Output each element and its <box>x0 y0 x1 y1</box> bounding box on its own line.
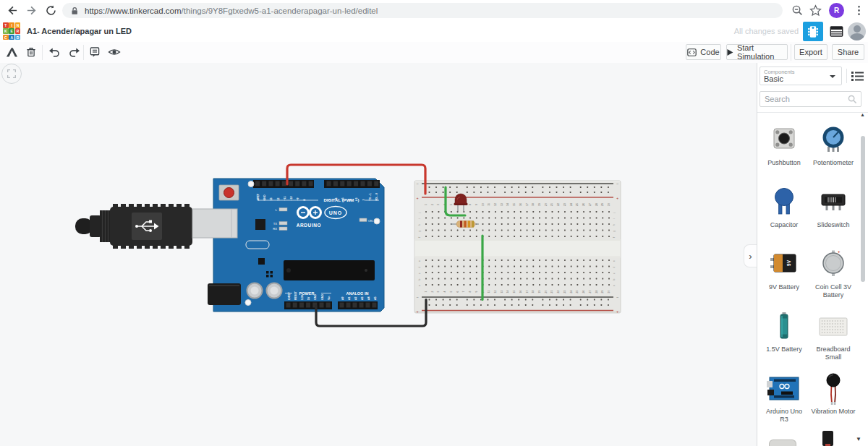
search-icon <box>848 95 857 104</box>
component-item-capacitor[interactable]: Capacitor <box>760 177 809 239</box>
component-label: Pushbutton <box>767 159 801 167</box>
code-icon <box>687 48 697 56</box>
annotate-button[interactable] <box>87 44 103 60</box>
component-item-partial[interactable] <box>769 439 796 446</box>
potentiometer-icon <box>816 124 851 157</box>
arduino-board[interactable]: AREFGND1312~11~10~987~6~54~32TX→1RX←0IOR… <box>208 179 384 312</box>
component-item-1v5-battery[interactable]: 1.5V Battery <box>760 301 809 364</box>
scroll-down-icon[interactable]: ▼ <box>856 436 861 442</box>
bookmark-star-icon[interactable] <box>809 4 822 17</box>
svg-text:1: 1 <box>425 291 427 292</box>
svg-text:17: 17 <box>526 203 529 206</box>
share-button[interactable]: Share <box>832 44 864 60</box>
url-bar[interactable]: https://www.tinkercad.com/things/9Y8Fgtx… <box>62 3 783 18</box>
svg-text:3: 3 <box>437 204 440 205</box>
component-item-partial[interactable] <box>822 431 833 446</box>
component-item-arduino-uno[interactable]: Arduino Uno R3 <box>760 364 809 426</box>
svg-text:Vin: Vin <box>328 296 331 300</box>
components-dropdown[interactable]: Components Basic <box>760 67 842 85</box>
capacitor-icon <box>767 186 801 219</box>
logo-tile: T <box>3 22 9 28</box>
svg-text:20: 20 <box>545 291 548 293</box>
led-l <box>279 208 287 212</box>
svg-text:RX←0: RX←0 <box>375 193 378 201</box>
component-item-pushbutton[interactable]: Pushbutton <box>760 115 809 177</box>
svg-text:23: 23 <box>563 203 566 206</box>
refresh-icon[interactable] <box>45 4 57 17</box>
svg-text:AREF: AREF <box>257 193 260 201</box>
svg-text:24: 24 <box>570 291 573 293</box>
undo-button[interactable] <box>46 44 62 60</box>
pushbutton-icon <box>767 124 801 157</box>
export-button[interactable]: Export <box>794 44 827 60</box>
on-label: ON <box>368 219 373 223</box>
usb-cable[interactable] <box>75 204 192 249</box>
scrollbar-thumb[interactable] <box>861 136 865 282</box>
start-simulation-button[interactable]: Start Simulation <box>726 44 788 60</box>
redo-button[interactable] <box>66 44 82 60</box>
svg-text:1: 1 <box>425 204 427 205</box>
search-input[interactable] <box>760 92 850 106</box>
forward-icon[interactable] <box>26 4 38 17</box>
component-item-coin-cell[interactable]: + Coin Cell 3V Battery <box>809 239 858 301</box>
svg-text:2: 2 <box>362 200 365 201</box>
svg-text:20: 20 <box>545 203 548 206</box>
user-avatar[interactable] <box>848 22 866 40</box>
app-header: TINKERCAD A1- Acender/apagar un LED All … <box>0 21 868 43</box>
component-item-9v-battery[interactable]: 9V 9V Battery <box>760 239 809 301</box>
svg-text:14: 14 <box>506 291 509 293</box>
scroll-up-icon[interactable]: ▲ <box>860 112 865 117</box>
svg-text:7: 7 <box>462 291 465 292</box>
list-view-toggle[interactable] <box>851 69 864 82</box>
svg-text:9: 9 <box>475 291 478 292</box>
component-item-breadboard-small[interactable]: Breadboard Small <box>809 301 858 364</box>
svg-text:j: j <box>418 213 421 214</box>
component-label: Vibration Motor <box>812 408 856 416</box>
component-item-slideswitch[interactable]: Slideswitch <box>809 177 858 239</box>
code-button[interactable]: Code <box>686 44 721 60</box>
tinkercad-logo[interactable]: TINKERCAD <box>3 22 21 40</box>
back-icon[interactable] <box>6 4 18 17</box>
component-label: 1.5V Battery <box>766 346 802 353</box>
browser-profile-avatar[interactable]: R <box>829 3 844 18</box>
visibility-button[interactable] <box>106 44 122 60</box>
svg-text:19: 19 <box>538 203 541 206</box>
toolbar-divider <box>42 45 43 60</box>
svg-text:11: 11 <box>488 291 490 293</box>
zoom-out-icon[interactable] <box>791 4 804 17</box>
svg-text:A2: A2 <box>354 296 357 300</box>
component-item-potentiometer[interactable]: Potentiometer <box>809 115 858 177</box>
reset-button[interactable] <box>219 185 239 200</box>
document-title[interactable]: A1- Acender/apagar un LED <box>27 21 132 42</box>
svg-text:h: h <box>613 224 616 226</box>
svg-text:5: 5 <box>450 291 453 292</box>
svg-text:2: 2 <box>431 204 434 205</box>
svg-text:b: b <box>418 279 421 280</box>
led-rx <box>279 227 287 231</box>
crystal <box>255 219 265 230</box>
usb-port <box>192 209 237 238</box>
svg-text:+: + <box>416 196 418 200</box>
logo-tile: K <box>3 28 9 34</box>
svg-text:28: 28 <box>595 291 598 293</box>
svg-text:e: e <box>613 260 616 262</box>
svg-text:30: 30 <box>608 291 610 293</box>
component-item-vibration-motor[interactable]: Vibration Motor <box>809 364 858 426</box>
divider <box>757 112 868 113</box>
circuits-view-button[interactable] <box>803 22 823 41</box>
table-view-button[interactable] <box>826 22 846 41</box>
delete-button[interactable] <box>23 44 39 60</box>
circuit-canvas[interactable]: AREFGND1312~11~10~987~6~54~32TX→1RX←0IOR… <box>0 63 757 446</box>
component-label: Coin Cell 3V Battery <box>810 283 856 299</box>
svg-text:9V: 9V <box>786 260 791 266</box>
svg-text:c: c <box>613 273 616 274</box>
rotate-button[interactable] <box>4 44 20 60</box>
search-box <box>760 91 861 107</box>
collapse-panel-handle[interactable]: › <box>744 244 757 267</box>
svg-text:i: i <box>613 218 616 219</box>
divider <box>846 69 847 83</box>
led-on <box>359 218 367 222</box>
svg-text:+: + <box>616 196 618 200</box>
svg-text:A4: A4 <box>367 296 370 300</box>
browser-menu-icon[interactable] <box>853 4 865 17</box>
